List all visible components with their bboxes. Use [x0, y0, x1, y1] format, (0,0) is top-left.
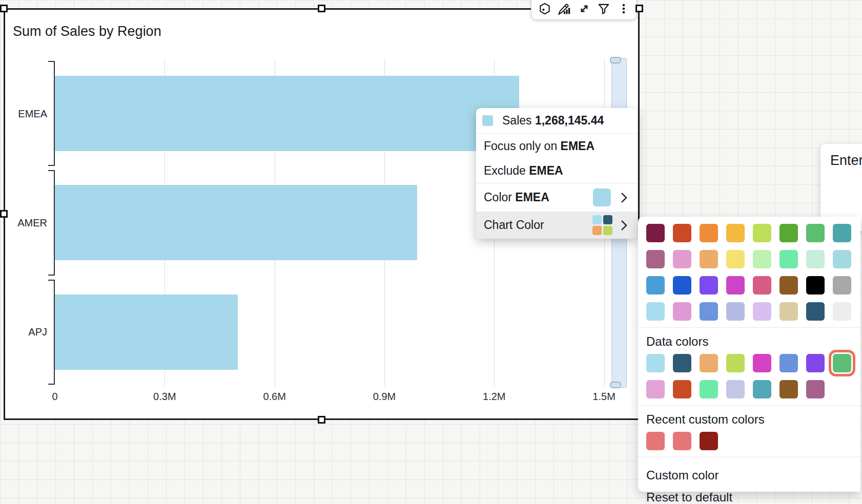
palette-swatch[interactable] [833, 302, 851, 321]
data-color-swatch[interactable] [726, 354, 745, 372]
y-axis-bracket [48, 170, 55, 275]
picker-divider [638, 405, 860, 406]
data-color-swatch[interactable] [700, 354, 718, 372]
x-tick-label: 0 [52, 391, 57, 403]
palette-swatch[interactable] [753, 276, 771, 295]
resize-handle-top-left[interactable] [0, 5, 8, 12]
maximize-icon[interactable] [576, 1, 593, 17]
palette-swatch[interactable] [646, 276, 665, 295]
tooltip-row: Sales 1,268,145.44 [476, 108, 638, 133]
data-color-swatch[interactable] [726, 380, 745, 398]
more-menu-icon[interactable] [615, 1, 632, 17]
color-picker-panel: Data colors Recent custom colors Custom … [638, 217, 860, 492]
palette-swatch[interactable] [779, 302, 798, 321]
reset-to-default-button[interactable]: Reset to default [638, 486, 860, 504]
palette-swatch[interactable] [779, 224, 798, 242]
scrollbar-bottom-handle[interactable] [610, 382, 621, 388]
side-card-text: Enter [830, 153, 862, 168]
recent-custom-colors-label: Recent custom colors [638, 412, 860, 427]
data-color-swatch[interactable] [833, 354, 851, 372]
palette-swatch[interactable] [700, 302, 718, 321]
palette-swatch[interactable] [700, 250, 718, 268]
edit-visual-icon[interactable] [556, 1, 573, 17]
palette-swatch[interactable] [753, 250, 771, 268]
data-color-swatch[interactable] [806, 354, 825, 372]
palette-swatch[interactable] [833, 276, 851, 295]
palette-swatch[interactable] [806, 250, 825, 268]
data-colors-label: Data colors [638, 334, 860, 349]
data-color-swatch[interactable] [753, 354, 771, 372]
palette-swatch[interactable] [700, 224, 718, 242]
palette-swatch[interactable] [673, 224, 691, 242]
palette-swatch[interactable] [673, 276, 691, 295]
scrollbar-top-handle[interactable] [610, 57, 621, 64]
filter-funnel-icon[interactable] [595, 1, 612, 17]
standard-color-palette [646, 224, 852, 321]
palette-swatch[interactable] [673, 250, 691, 268]
x-tick-label: 0.6M [263, 391, 285, 403]
current-color-swatch [593, 188, 611, 206]
palette-swatch[interactable] [806, 302, 825, 321]
chevron-right-icon [621, 220, 627, 231]
data-color-swatch[interactable] [673, 380, 691, 398]
palette-swatch[interactable] [779, 250, 798, 268]
data-color-swatch[interactable] [646, 380, 665, 398]
data-color-swatch[interactable] [779, 354, 798, 372]
palette-swatch[interactable] [806, 276, 825, 295]
palette-swatch[interactable] [646, 250, 665, 268]
bar-amer[interactable] [55, 185, 417, 260]
y-axis-label: EMEA [9, 108, 47, 120]
bar-apj[interactable] [55, 295, 238, 370]
palette-swatch[interactable] [806, 224, 825, 242]
picker-divider [638, 457, 860, 457]
mini-palette-swatch[interactable] [592, 226, 602, 235]
mini-palette-swatch[interactable] [592, 215, 602, 224]
recent-custom-colors [646, 432, 852, 450]
picker-divider [638, 327, 860, 328]
palette-swatch[interactable] [726, 224, 745, 242]
data-color-swatch[interactable] [753, 380, 771, 398]
chart-color-mini-palette [592, 215, 612, 235]
data-color-swatch[interactable] [700, 380, 718, 398]
menu-item-exclude[interactable]: Exclude EMEA [476, 158, 638, 183]
context-menu: Sales 1,268,145.44 Focus only on EMEA Ex… [476, 108, 638, 239]
x-tick-label: 1.5M [592, 391, 615, 403]
insights-hexagon-icon[interactable] [536, 1, 553, 17]
y-axis-label: AMER [9, 217, 47, 229]
palette-swatch[interactable] [753, 224, 771, 242]
palette-swatch[interactable] [646, 224, 665, 242]
palette-swatch[interactable] [700, 276, 718, 295]
palette-swatch[interactable] [673, 302, 691, 321]
palette-swatch[interactable] [779, 276, 798, 295]
recent-color-swatch[interactable] [646, 432, 665, 450]
resize-handle-bottom-center[interactable] [318, 416, 325, 424]
data-color-swatch[interactable] [806, 380, 825, 398]
resize-handle-top-right[interactable] [635, 5, 643, 12]
palette-swatch[interactable] [726, 276, 745, 295]
mini-palette-swatch[interactable] [603, 215, 612, 224]
palette-swatch[interactable] [646, 302, 665, 321]
recent-color-swatch[interactable] [700, 432, 718, 450]
data-color-swatch[interactable] [779, 380, 798, 398]
recent-color-swatch[interactable] [673, 432, 691, 450]
palette-swatch[interactable] [833, 224, 851, 242]
sales-value: 1,268,145.44 [535, 114, 604, 127]
palette-swatch[interactable] [726, 250, 745, 268]
palette-swatch[interactable] [753, 302, 771, 321]
mini-palette-swatch[interactable] [603, 226, 612, 235]
chevron-right-icon [621, 192, 627, 203]
palette-swatch[interactable] [833, 250, 851, 268]
menu-item-chart-color[interactable]: Chart Color [476, 212, 638, 239]
menu-item-color-emea[interactable]: Color EMEA [476, 183, 638, 212]
bar-emea[interactable] [55, 76, 519, 151]
menu-item-focus-only[interactable]: Focus only on EMEA [476, 134, 638, 158]
resize-handle-top-center[interactable] [318, 5, 325, 12]
resize-handle-left-middle[interactable] [0, 210, 8, 218]
data-color-swatch[interactable] [673, 354, 691, 372]
data-color-swatch[interactable] [646, 354, 665, 372]
series-color-swatch [482, 115, 493, 126]
x-tick-label: 1.2M [483, 391, 505, 403]
palette-swatch[interactable] [726, 302, 745, 321]
custom-color-button[interactable]: Custom color [638, 464, 860, 486]
x-tick-label: 0.3M [153, 391, 176, 403]
